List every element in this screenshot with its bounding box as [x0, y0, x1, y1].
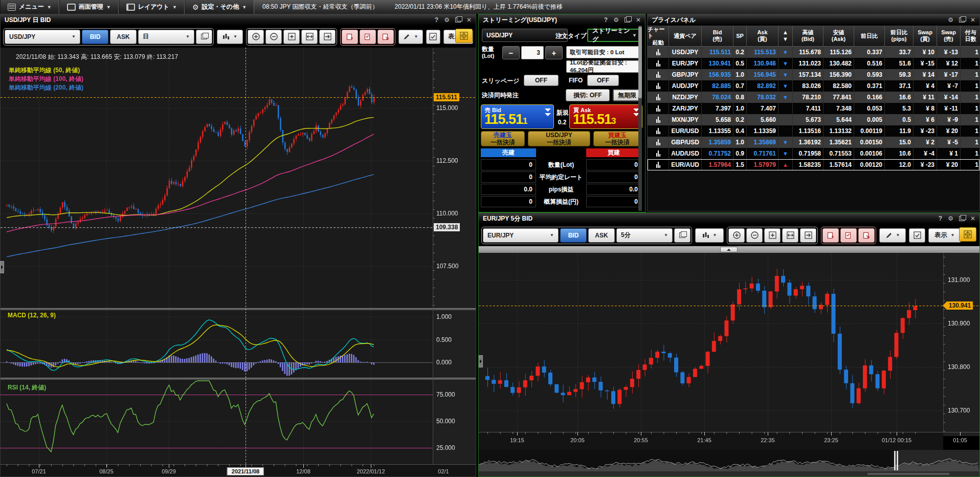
restore-icon[interactable]	[959, 216, 965, 221]
close-all-buy-button[interactable]: 買建玉一括決済	[593, 131, 641, 146]
period-select[interactable]: 日▼	[138, 30, 194, 44]
screen-manage-button[interactable]: 画面管理▼	[59, 0, 119, 14]
chart-launch-button[interactable]	[648, 80, 669, 92]
price-panel-column-header[interactable]: Bid(売)	[702, 26, 733, 47]
draw-tool-button[interactable]: ▼	[398, 30, 423, 44]
bid-toggle[interactable]: BID	[82, 30, 108, 44]
fit-width-button[interactable]	[301, 30, 318, 44]
close-all-pair-button[interactable]: USD/JPY一括決済	[528, 131, 590, 146]
close-icon[interactable]: ✕	[970, 215, 975, 222]
left-pane-collapse-tab[interactable]	[0, 261, 4, 273]
price-panel-row[interactable]: AUD/JPY82.8850.782.892▼83.02682.5800.371…	[648, 80, 979, 92]
price-panel-column-header[interactable]: Ask(買)	[747, 26, 778, 47]
new-order-button[interactable]	[342, 30, 358, 44]
streaming-scrollbar[interactable]	[638, 26, 642, 211]
close-icon[interactable]: ✕	[466, 16, 472, 24]
news-ticker-2[interactable]: 2022/01/11 23:06 米10年債利回り、上昇 1.7764%前後で推…	[387, 0, 571, 14]
chart-settings-button[interactable]	[909, 228, 925, 243]
restore-icon[interactable]	[625, 17, 630, 23]
close-icon[interactable]: ✕	[636, 16, 641, 24]
chart-launch-button[interactable]	[648, 137, 669, 148]
ask-toggle[interactable]: ASK	[588, 228, 615, 243]
restore-icon[interactable]	[455, 17, 461, 23]
price-panel-column-header[interactable]: Swap(買)	[914, 26, 937, 47]
eurjpy-pane-collapse-tab[interactable]	[479, 355, 483, 367]
zoom-out-button[interactable]	[746, 228, 763, 243]
price-panel-titlebar[interactable]: プライスパネル ⚙ ✕	[648, 14, 979, 26]
collapse-pane-button[interactable]	[720, 247, 738, 252]
order-type-select[interactable]: ストリーミング▼	[587, 29, 642, 42]
sell-bid-button[interactable]: 売 Bid 115.511	[481, 104, 554, 129]
price-panel-column-header[interactable]: 前日比	[854, 26, 885, 47]
scroll-to-latest-button[interactable]	[319, 30, 336, 44]
close-order-button[interactable]	[360, 30, 376, 44]
eurjpy-window-titlebar[interactable]: EUR/JPY 5分 BID ? ⚙ ✕	[479, 213, 979, 224]
stoploss-toggle[interactable]: 損切: OFF	[566, 89, 610, 101]
gear-icon[interactable]: ⚙	[948, 16, 953, 24]
help-icon[interactable]: ?	[604, 16, 608, 24]
fit-chart-button[interactable]	[764, 228, 781, 243]
chart-launch-button[interactable]	[648, 125, 669, 137]
chart-launch-button[interactable]	[648, 58, 669, 69]
price-panel-column-header[interactable]: ▲▼	[778, 26, 793, 47]
zoom-in-button[interactable]	[248, 30, 264, 44]
price-panel-row[interactable]: GBP/JPY156.9351.0156.945▼157.134156.3900…	[648, 69, 979, 80]
zoom-in-button[interactable]	[728, 228, 745, 243]
price-panel-row[interactable]: USD/JPY115.5110.2115.513▼115.678115.1260…	[648, 47, 979, 58]
usdjpy-window-titlebar[interactable]: USD/JPY 日 BID ? ⚙ ✕	[1, 14, 476, 26]
price-panel-column-header[interactable]: 付与日数	[961, 26, 980, 47]
price-panel-row[interactable]: ZAR/JPY7.3971.07.4077.4117.3480.0535.3¥ …	[648, 103, 979, 114]
gear-icon[interactable]: ⚙	[613, 16, 619, 24]
price-panel-row[interactable]: EUR/JPY130.9410.5130.946▼131.023130.4820…	[648, 58, 979, 69]
qty-input[interactable]: 3	[521, 46, 544, 59]
slippage-toggle[interactable]: OFF	[524, 75, 559, 86]
chart-launch-button[interactable]	[648, 159, 669, 170]
ask-toggle[interactable]: ASK	[110, 30, 137, 44]
chart-type-button[interactable]: ▼	[695, 228, 724, 243]
pair-select[interactable]: EUR/JPY▼	[483, 228, 559, 243]
streaming-titlebar[interactable]: ストリーミング(USD/JPY) ? ⚙ ✕	[479, 14, 645, 26]
period-select[interactable]: 5分▼	[616, 228, 673, 243]
duplicate-chart-button[interactable]	[674, 228, 691, 243]
price-panel-column-header[interactable]: 通貨ペア	[669, 26, 702, 47]
price-panel-column-header[interactable]: SP	[733, 26, 747, 47]
price-panel-column-header[interactable]: 安値(Ask)	[823, 26, 854, 47]
qty-plus-button[interactable]: +	[545, 46, 563, 59]
restore-icon[interactable]	[959, 17, 965, 23]
crosshair-mode-button[interactable]	[959, 227, 976, 242]
chart-type-button[interactable]: ▼	[217, 30, 243, 44]
price-panel-column-header[interactable]: 前日比(pips)	[885, 26, 914, 47]
zoom-out-button[interactable]	[265, 30, 282, 44]
chart-launch-button[interactable]	[648, 114, 669, 125]
bid-toggle[interactable]: BID	[560, 228, 587, 243]
help-icon[interactable]: ?	[435, 16, 438, 24]
unlimited-button[interactable]: 無期限	[613, 89, 641, 101]
price-panel-row[interactable]: GBP/USD1.358591.01.35869▼1.361921.356210…	[648, 137, 979, 148]
fifo-toggle[interactable]: OFF	[587, 75, 619, 86]
chart-launch-button[interactable]	[648, 47, 669, 58]
price-panel-column-header[interactable]: チャート起動	[648, 26, 669, 47]
chart-launch-button[interactable]	[648, 103, 669, 114]
settings-button[interactable]: ⚙ 設定・その他▼	[185, 0, 254, 14]
buy-ask-button[interactable]: 買 Ask 115.513	[569, 104, 642, 129]
price-panel-row[interactable]: EUR/USD1.133550.41.133591.135161.131320.…	[648, 125, 979, 137]
draw-tool-button[interactable]: ▼	[879, 228, 906, 243]
reverse-order-button[interactable]	[377, 30, 394, 44]
qty-minus-button[interactable]: −	[502, 46, 520, 59]
news-ticker-1[interactable]: 08:50 JPY 国際収支・経常収支（季調前）	[254, 0, 387, 14]
chart-launch-button[interactable]	[648, 148, 669, 159]
gear-icon[interactable]: ⚙	[948, 215, 953, 222]
layout-button[interactable]: レイアウト▼	[119, 0, 185, 14]
price-panel-row[interactable]: EUR/AUD1.579641.51.57979▲1.582351.576140…	[648, 159, 979, 170]
reverse-order-button[interactable]	[858, 228, 875, 243]
price-panel-column-header[interactable]: Swap(売)	[937, 26, 961, 47]
fit-chart-button[interactable]	[283, 30, 300, 44]
pair-select[interactable]: USD/JPY▼	[5, 30, 80, 44]
price-panel-row[interactable]: AUD/USD0.717520.90.71761▼0.719580.715530…	[648, 148, 979, 159]
chart-launch-button[interactable]	[648, 69, 669, 80]
price-panel-row[interactable]: NZD/JPY78.0240.878.032▼78.21077.8410.166…	[648, 92, 979, 103]
crosshair-mode-button[interactable]	[455, 29, 473, 43]
price-panel-column-header[interactable]: 高値(Bid)	[793, 26, 823, 47]
fit-width-button[interactable]	[782, 228, 798, 243]
display-menu-button[interactable]: 表示▼	[928, 228, 961, 243]
